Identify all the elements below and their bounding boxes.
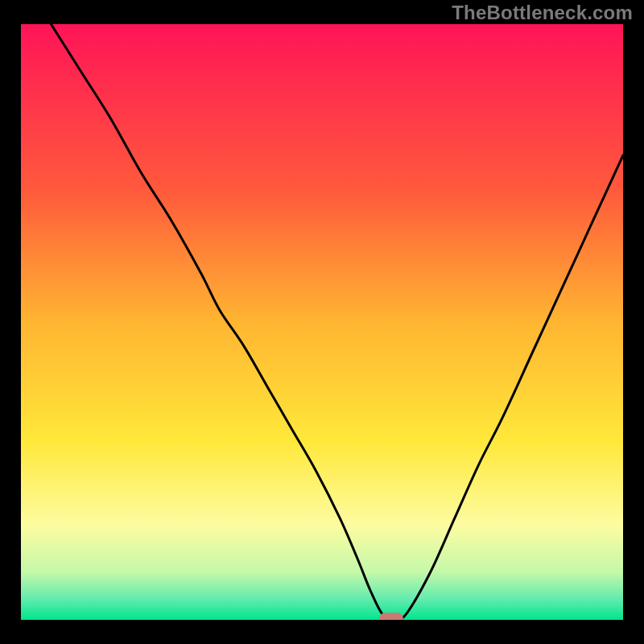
gradient-background xyxy=(21,24,623,620)
plot-area xyxy=(21,24,623,625)
bottleneck-chart: TheBottleneck.com xyxy=(0,0,644,644)
watermark-text: TheBottleneck.com xyxy=(452,2,633,24)
chart-svg xyxy=(0,0,644,644)
